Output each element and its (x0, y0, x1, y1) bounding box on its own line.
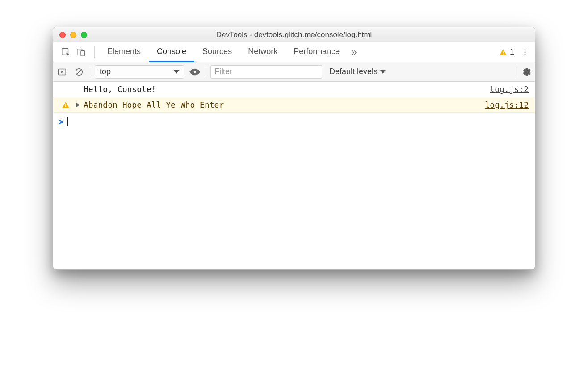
devtools-window: DevTools - devtools.glitch.me/console/lo… (53, 27, 535, 270)
window-controls (59, 32, 87, 38)
window-title: DevTools - devtools.glitch.me/console/lo… (53, 30, 535, 39)
device-toolbar-icon[interactable] (75, 46, 87, 59)
divider (94, 46, 95, 58)
chevron-right-icon (76, 102, 80, 108)
console-filter-input[interactable] (210, 65, 322, 79)
svg-rect-4 (503, 54, 504, 55)
console-toolbar: top Default levels (53, 62, 535, 82)
tab-elements[interactable]: Elements (99, 42, 149, 62)
prompt-caret-icon: > (59, 116, 64, 127)
issues-warning-badge[interactable]: 1 (495, 42, 519, 62)
divider (206, 66, 206, 78)
log-message: Hello, Console! (82, 84, 490, 94)
tabs: ElementsConsoleSourcesNetworkPerformance (99, 42, 348, 62)
row-gutter (58, 101, 74, 109)
svg-rect-12 (65, 104, 66, 106)
svg-rect-2 (81, 50, 84, 56)
divider (90, 66, 90, 78)
chevron-down-icon (380, 70, 386, 74)
log-levels-select[interactable]: Default levels (327, 67, 388, 76)
close-window-button[interactable] (59, 32, 66, 38)
devtools-tabbar: ElementsConsoleSourcesNetworkPerformance… (53, 42, 535, 62)
svg-point-5 (525, 49, 526, 50)
svg-point-11 (193, 70, 197, 73)
text-cursor (67, 117, 68, 126)
console-row: Hello, Console!log.js:2 (53, 82, 535, 97)
levels-label: Default levels (329, 67, 378, 76)
chevron-down-icon (174, 70, 179, 74)
tab-sources[interactable]: Sources (194, 42, 240, 62)
chevrons-icon: » (351, 46, 357, 58)
clear-console-icon[interactable] (73, 66, 85, 78)
console-output: Hello, Console!log.js:2Abandon Hope All … (53, 82, 535, 269)
titlebar: DevTools - devtools.glitch.me/console/lo… (53, 27, 535, 42)
source-link[interactable]: log.js:2 (490, 84, 529, 94)
devtools-menu-button[interactable] (519, 42, 531, 62)
tab-performance[interactable]: Performance (286, 42, 348, 62)
console-settings-icon[interactable] (520, 66, 532, 78)
context-value: top (100, 67, 111, 76)
svg-point-6 (525, 51, 526, 53)
divider (515, 66, 515, 78)
execution-context-select[interactable]: top (95, 65, 184, 79)
svg-point-7 (525, 54, 526, 55)
live-expression-icon[interactable] (189, 66, 201, 78)
tab-console[interactable]: Console (149, 42, 194, 62)
source-link[interactable]: log.js:12 (485, 100, 529, 109)
svg-rect-3 (503, 51, 504, 53)
console-prompt[interactable]: > (53, 113, 535, 130)
warning-count: 1 (510, 47, 514, 57)
expand-toggle[interactable] (74, 102, 82, 108)
console-row: Abandon Hope All Ye Who Enterlog.js:12 (53, 97, 535, 113)
minimize-window-button[interactable] (70, 32, 76, 38)
inspect-element-icon[interactable] (59, 46, 72, 59)
tab-network[interactable]: Network (240, 42, 286, 62)
warning-icon (499, 48, 507, 56)
more-tabs-button[interactable]: » (348, 42, 360, 62)
svg-rect-13 (65, 106, 66, 107)
zoom-window-button[interactable] (81, 32, 87, 38)
toggle-sidebar-icon[interactable] (56, 66, 68, 78)
warning-icon (62, 101, 70, 109)
log-message: Abandon Hope All Ye Who Enter (82, 100, 485, 109)
svg-line-10 (77, 70, 81, 74)
